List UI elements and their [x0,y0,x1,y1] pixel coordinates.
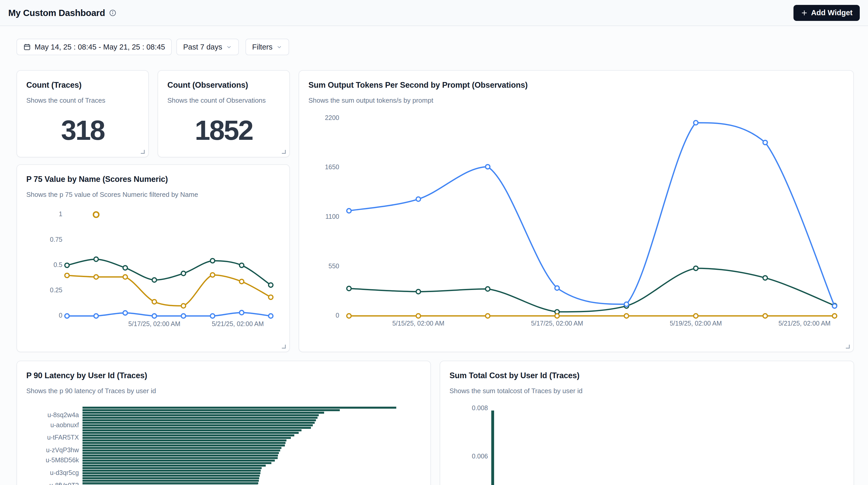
svg-text:5/19/25, 02:00 AM: 5/19/25, 02:00 AM [670,320,722,327]
count-traces-value: 318 [17,114,148,146]
svg-text:550: 550 [329,262,339,270]
filters-label: Filters [252,43,273,51]
header: My Custom Dashboard Add Widget [0,0,868,26]
svg-text:u-8sq2w4a: u-8sq2w4a [48,411,79,419]
svg-text:0: 0 [336,312,339,319]
tokens-line-chart[interactable]: 05501100165022005/15/25, 02:00 AM5/17/25… [299,71,853,352]
p90-bar-chart[interactable]: u-8sq2w4au-aobnuxfu-tFAR5TXu-zVqP3hwu-5M… [17,361,430,485]
svg-text:1: 1 [59,210,62,217]
card-subtitle: Shows the count of Traces [26,96,105,104]
calendar-icon [23,43,31,51]
card-cost-chart: Sum Total Cost by User Id (Traces) Shows… [440,361,854,485]
count-observations-value: 1852 [158,114,289,146]
svg-text:1100: 1100 [326,213,339,220]
svg-text:u-8fVa9T3: u-8fVa9T3 [50,482,79,485]
card-count-traces: Count (Traces) Shows the count of Traces… [17,70,149,157]
info-icon[interactable] [109,9,116,17]
resize-handle-icon[interactable] [282,345,286,348]
svg-text:u-d3qr5cg: u-d3qr5cg [50,469,79,476]
filters-button[interactable]: Filters [246,39,289,55]
svg-text:0.006: 0.006 [472,453,488,460]
card-subtitle: Shows the count of Observations [167,96,266,104]
resize-handle-icon[interactable] [282,150,286,154]
cost-bar-chart[interactable]: 0.0080.006 [440,361,854,485]
card-title: Count (Observations) [167,81,280,90]
resize-handle-icon[interactable] [141,150,145,154]
svg-text:u-aobnuxf: u-aobnuxf [50,421,79,428]
resize-handle-icon[interactable] [846,345,850,348]
svg-text:0.008: 0.008 [472,404,488,412]
svg-text:0: 0 [59,312,62,319]
range-preset-value: Past 7 days [183,43,222,51]
card-title: Count (Traces) [26,81,139,90]
card-p75-chart: P 75 Value by Name (Scores Numeric) Show… [17,164,290,352]
svg-text:5/17/25, 02:00 AM: 5/17/25, 02:00 AM [531,320,583,327]
svg-text:u-5M8D56k: u-5M8D56k [45,456,79,463]
svg-text:0.5: 0.5 [53,261,62,268]
add-widget-button[interactable]: Add Widget [794,5,860,21]
svg-text:2200: 2200 [325,114,339,121]
toolbar: May 14, 25 : 08:45 - May 21, 25 : 08:45 … [17,39,289,55]
card-count-observations: Count (Observations) Shows the count of … [158,70,290,157]
chevron-down-icon [276,44,282,50]
add-widget-label: Add Widget [811,8,852,17]
card-tokens-chart: Sum Output Tokens Per Second by Prompt (… [299,70,854,352]
svg-text:5/21/25, 02:00 AM: 5/21/25, 02:00 AM [778,320,831,327]
svg-text:0.25: 0.25 [50,286,62,294]
svg-text:5/15/25, 02:00 AM: 5/15/25, 02:00 AM [392,320,444,327]
svg-text:5/21/25, 02:00 AM: 5/21/25, 02:00 AM [212,320,264,327]
card-p90-chart: P 90 Latency by User Id (Traces) Shows t… [17,361,431,485]
svg-text:u-zVqP3hw: u-zVqP3hw [46,446,79,454]
date-range-picker[interactable]: May 14, 25 : 08:45 - May 21, 25 : 08:45 [17,39,172,55]
svg-text:5/17/25, 02:00 AM: 5/17/25, 02:00 AM [128,320,181,327]
p75-line-chart[interactable]: 00.250.50.7515/17/25, 02:00 AM5/21/25, 0… [17,165,289,352]
svg-text:0.75: 0.75 [50,236,62,243]
svg-text:1650: 1650 [325,163,339,171]
range-preset-select[interactable]: Past 7 days [176,39,239,55]
chevron-down-icon [226,44,232,50]
plus-icon [801,9,808,17]
date-range-value: May 14, 25 : 08:45 - May 21, 25 : 08:45 [35,43,165,51]
page-title: My Custom Dashboard [8,8,105,18]
svg-text:u-tFAR5TX: u-tFAR5TX [47,434,79,441]
